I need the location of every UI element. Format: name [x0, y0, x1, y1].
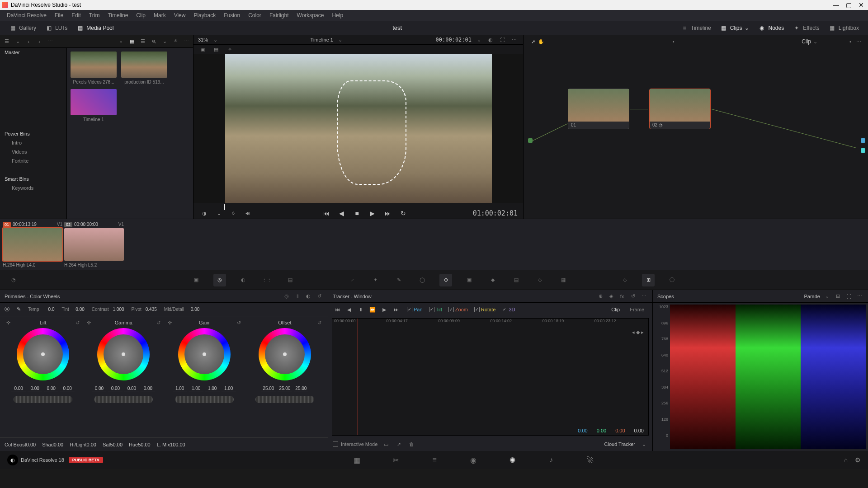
bin-intro[interactable]: Intro: [0, 138, 66, 147]
bin-keywords[interactable]: Keywords: [0, 183, 66, 192]
log-mode-icon[interactable]: ◐: [304, 292, 312, 300]
list-layout-icon[interactable]: ☰: [3, 38, 11, 46]
mid-value[interactable]: 0.00: [186, 307, 199, 312]
timeline-clip-02[interactable]: 0200:00:00:00V1 H.264 High L5.2: [64, 222, 124, 267]
nodes-button[interactable]: ◉Nodes: [754, 21, 788, 35]
search-icon[interactable]: 🔍︎: [150, 38, 158, 46]
chevron-down-icon[interactable]: ⌄: [211, 35, 220, 44]
key-tab[interactable]: ▤: [510, 274, 523, 286]
settings-icon[interactable]: ⚙: [855, 456, 861, 464]
picker-icon[interactable]: ✜: [6, 320, 10, 326]
menu-color[interactable]: Color: [244, 12, 265, 19]
track-fwd-one-button[interactable]: ⏩: [368, 305, 377, 314]
viewer-zoom[interactable]: 31%: [198, 37, 208, 42]
color-page-button[interactable]: ✺: [506, 454, 518, 466]
menu-playback[interactable]: Playback: [189, 12, 220, 19]
hue-value[interactable]: 50.00: [138, 442, 151, 447]
overlay-a-icon[interactable]: ▣: [198, 45, 207, 54]
reset-icon[interactable]: ↺: [75, 320, 80, 326]
delete-icon[interactable]: 🗑︎: [407, 440, 415, 448]
lift-color-wheel[interactable]: [17, 328, 69, 380]
unmix-icon[interactable]: ◊: [228, 208, 239, 219]
edit-page-button[interactable]: ≡: [429, 454, 440, 466]
mediapool-button[interactable]: ▤Media Pool: [72, 21, 118, 35]
track-fwd-button[interactable]: ▶: [380, 305, 389, 314]
sort-icon[interactable]: ≚: [171, 38, 179, 46]
last-frame-button[interactable]: ⏭: [382, 208, 394, 219]
tint-value[interactable]: 0.00: [71, 307, 85, 312]
dot-icon[interactable]: •: [846, 38, 854, 46]
clip-thumb[interactable]: production ID 519...: [121, 52, 167, 84]
tracker-type-select[interactable]: Cloud Tracker: [604, 441, 635, 447]
node-graph[interactable]: 01 02 ◔: [524, 48, 868, 219]
reset-icon[interactable]: ↺: [237, 320, 241, 326]
reset-icon[interactable]: ↺: [315, 292, 323, 300]
loop-button[interactable]: ↻: [397, 208, 410, 219]
qualifier-tab[interactable]: ✎: [392, 274, 405, 286]
more-icon[interactable]: ⋯: [855, 292, 863, 300]
track-rev-one-button[interactable]: ⏮: [333, 305, 342, 314]
timeline-button[interactable]: ≡Timeline: [676, 21, 716, 35]
graph-output-node[interactable]: [861, 138, 865, 143]
tracker-playhead[interactable]: [358, 319, 358, 435]
fusion-page-button[interactable]: ◉: [467, 454, 479, 466]
track-end-button[interactable]: ⏭: [392, 305, 401, 314]
gain-master-slider[interactable]: [175, 396, 234, 403]
graph-output-alpha[interactable]: [861, 148, 865, 153]
tracker-tab[interactable]: ⊕: [439, 274, 452, 286]
colboost-value[interactable]: 0.00: [26, 442, 36, 447]
menu-edit[interactable]: Edit: [67, 12, 85, 19]
timeline-name[interactable]: Timeline 1: [311, 37, 333, 42]
menu-timeline[interactable]: Timeline: [104, 12, 132, 19]
magic-mask-tab[interactable]: ▣: [463, 274, 476, 286]
menu-workspace[interactable]: Workspace: [293, 12, 328, 19]
power-window-mask[interactable]: [337, 80, 406, 185]
speaker-icon[interactable]: 🔊︎: [242, 208, 253, 219]
temp-value[interactable]: 0.0: [41, 307, 54, 312]
luts-button[interactable]: ◧LUTs: [41, 21, 72, 35]
picker-icon[interactable]: ✜: [87, 320, 91, 326]
more-icon[interactable]: ⋯: [509, 35, 519, 44]
bin-videos[interactable]: Videos: [0, 147, 66, 156]
thumb-list-icon[interactable]: ☰: [139, 38, 147, 46]
more-icon[interactable]: ⋯: [640, 292, 648, 300]
lummix-value[interactable]: 100.00: [170, 442, 185, 447]
next-icon[interactable]: ›: [35, 38, 43, 46]
clips-button[interactable]: ▦Clips ⌄: [716, 21, 754, 35]
keyframe-tab[interactable]: ◇: [618, 274, 631, 286]
bin-master[interactable]: Master: [0, 48, 66, 57]
3d-tab[interactable]: ▦: [557, 274, 570, 286]
overlay-b-icon[interactable]: ▤: [212, 45, 221, 54]
chevron-down-icon[interactable]: ⌄: [823, 292, 831, 300]
chevron-down-icon[interactable]: ⌄: [336, 35, 345, 44]
close-button[interactable]: ✕: [858, 2, 864, 8]
menu-clip[interactable]: Clip: [132, 12, 150, 19]
more-icon[interactable]: ⋯: [182, 38, 190, 46]
menu-view[interactable]: View: [170, 12, 190, 19]
prev-icon[interactable]: ‹: [24, 38, 33, 46]
hilight-value[interactable]: 0.00: [87, 442, 96, 447]
tracker-frame-mode[interactable]: Frame: [626, 306, 648, 313]
bin-fortnite[interactable]: Fortnite: [0, 156, 66, 165]
reset-icon[interactable]: ↺: [156, 320, 160, 326]
media-page-button[interactable]: ▦: [351, 454, 363, 466]
fairlight-page-button[interactable]: ♪: [545, 454, 557, 466]
minimize-button[interactable]: —: [833, 2, 839, 8]
rgb-mixer-tab[interactable]: ⋮⋮: [260, 274, 273, 286]
menu-file[interactable]: File: [51, 12, 67, 19]
sizing-tab[interactable]: ◇: [533, 274, 546, 286]
bars-mode-icon[interactable]: ⦀: [293, 292, 302, 300]
wheels-mode-icon[interactable]: ◎: [283, 292, 291, 300]
expand-icon[interactable]: ⛶: [498, 35, 507, 44]
corrector-node-01[interactable]: 01: [568, 89, 629, 129]
add-point-icon[interactable]: ▭: [382, 440, 390, 448]
first-frame-button[interactable]: ⏮: [320, 208, 333, 219]
target-icon[interactable]: ⊕: [596, 292, 604, 300]
viewer-scrubber[interactable]: [198, 203, 519, 208]
effects-button[interactable]: ✦Effects: [788, 21, 824, 35]
lift-master-slider[interactable]: [14, 396, 72, 403]
home-icon[interactable]: ⌂: [844, 456, 848, 464]
interactive-checkbox[interactable]: [333, 441, 338, 447]
lightbox-button[interactable]: ▦Lightbox: [824, 21, 863, 35]
hdr-tab[interactable]: ◐: [237, 274, 250, 286]
